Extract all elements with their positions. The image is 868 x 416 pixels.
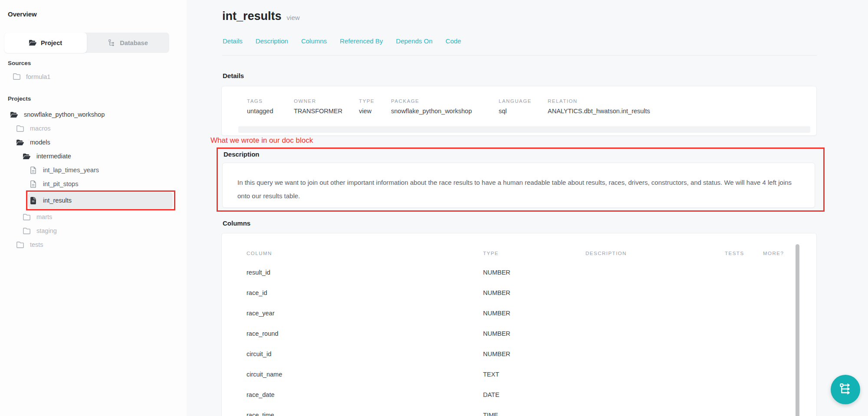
column-row-race_year[interactable]: race_yearNUMBER	[222, 303, 816, 323]
detail-field-language: LANGUAGEsql	[499, 98, 532, 115]
column-header-type: TYPE	[483, 251, 585, 256]
column-name: race_year	[247, 310, 483, 317]
column-row-race_round[interactable]: race_roundNUMBER	[222, 323, 816, 344]
column-name: circuit_id	[247, 350, 483, 357]
column-type: NUMBER	[483, 289, 585, 296]
column-type: TIME	[483, 412, 585, 416]
detail-field-package: PACKAGEsnowflake_python_workshop	[391, 98, 472, 115]
sidebar-item-tests[interactable]: tests	[0, 238, 187, 252]
column-row-race_id[interactable]: race_idNUMBER	[222, 282, 816, 303]
view-toggle: Project Database	[4, 33, 169, 53]
tree-item-label: tests	[30, 241, 43, 248]
folder-closed-icon	[16, 241, 24, 249]
detail-field-tags: TAGSuntagged	[247, 98, 273, 115]
detail-value: snowflake_python_workshop	[391, 108, 472, 115]
folder-closed-icon	[23, 227, 30, 235]
tree-item-label: int_results	[43, 197, 72, 204]
project-toggle-label: Project	[41, 39, 62, 46]
column-name: circuit_name	[247, 371, 483, 378]
tab-code[interactable]: Code	[446, 37, 461, 45]
description-heading: Description	[224, 151, 823, 158]
columns-table-body: result_idNUMBERrace_idNUMBERrace_yearNUM…	[222, 262, 816, 416]
details-heading: Details	[223, 72, 244, 79]
folder-open-icon	[10, 111, 18, 118]
column-row-circuit_id[interactable]: circuit_idNUMBER	[222, 344, 816, 364]
detail-field-type: TYPEview	[359, 98, 375, 115]
column-type: NUMBER	[483, 310, 585, 317]
column-header-column: COLUMN	[247, 251, 483, 256]
tab-description[interactable]: Description	[256, 37, 288, 45]
sidebar-item-formula1[interactable]: formula1	[13, 73, 50, 80]
project-tree: snowflake_python_workshopmacrosmodelsint…	[0, 108, 187, 252]
overview-heading: Overview	[8, 10, 37, 18]
tab-depends-on[interactable]: Depends On	[396, 37, 432, 45]
column-row-circuit_name[interactable]: circuit_nameTEXT	[222, 364, 816, 384]
column-row-race_date[interactable]: race_dateDATE	[222, 384, 816, 405]
sidebar-item-models[interactable]: models	[0, 135, 187, 149]
tree-item-label: int_pit_stops	[43, 180, 78, 187]
sidebar-item-int_results[interactable]: int_results	[0, 192, 187, 209]
database-toggle-label: Database	[120, 39, 148, 46]
column-name: race_round	[247, 330, 483, 337]
tab-referenced-by[interactable]: Referenced By	[340, 37, 383, 45]
sidebar-item-int_lap_times_years[interactable]: int_lap_times_years	[0, 163, 187, 177]
folder-closed-icon	[16, 125, 24, 132]
description-card: In this query we want to join out other …	[222, 163, 815, 208]
column-header-more: MORE?	[763, 251, 816, 256]
detail-value: ANALYTICS.dbt_hwatson.int_results	[548, 108, 650, 115]
detail-value: TRANSFORMER	[294, 108, 342, 115]
projects-heading: Projects	[8, 95, 31, 102]
column-type: TEXT	[483, 371, 585, 378]
tab-divider	[222, 55, 817, 56]
tree-item-label: macros	[30, 125, 51, 132]
detail-label: TAGS	[247, 98, 273, 104]
sidebar-item-snowflake_python_workshop[interactable]: snowflake_python_workshop	[0, 108, 187, 121]
detail-label: TYPE	[359, 98, 375, 104]
details-footer-strip	[238, 126, 810, 133]
column-row-race_time[interactable]: race_timeTIME	[222, 405, 816, 416]
column-type: DATE	[483, 391, 585, 398]
sidebar-item-staging[interactable]: staging	[0, 224, 187, 238]
doc-block-highlight-box: Description In this query we want to joi…	[217, 147, 825, 212]
description-text: In this query we want to join out other …	[223, 163, 814, 203]
column-name: race_date	[247, 391, 483, 398]
sidebar-item-marts[interactable]: marts	[0, 210, 187, 224]
project-toggle-button[interactable]: Project	[4, 33, 87, 53]
file-solid-icon	[30, 197, 37, 204]
column-name: result_id	[247, 269, 483, 276]
materialization-badge: view	[287, 14, 300, 21]
column-type: NUMBER	[483, 330, 585, 337]
sidebar: Overview Project Database Sources formul…	[0, 0, 187, 416]
folder-closed-icon	[23, 213, 30, 221]
detail-label: OWNER	[294, 98, 342, 104]
source-item-label: formula1	[26, 73, 50, 80]
sidebar-item-intermediate[interactable]: intermediate	[0, 149, 187, 163]
tree-item-label: models	[30, 139, 50, 146]
main-content: int_results view DetailsDescriptionColum…	[222, 0, 868, 416]
detail-field-relation: RELATIONANALYTICS.dbt_hwatson.int_result…	[548, 98, 650, 115]
doc-block-annotation: What we wrote in our doc block	[210, 136, 313, 145]
tree-icon	[108, 39, 115, 46]
columns-scrollbar-thumb[interactable]	[796, 244, 799, 416]
column-type: NUMBER	[483, 350, 585, 357]
sidebar-item-macros[interactable]: macros	[0, 121, 187, 135]
column-row-result_id[interactable]: result_idNUMBER	[222, 262, 816, 282]
sidebar-item-int_pit_stops[interactable]: int_pit_stops	[0, 177, 187, 191]
tree-item-label: staging	[36, 227, 57, 234]
database-toggle-button[interactable]: Database	[87, 33, 169, 53]
detail-label: PACKAGE	[391, 98, 472, 104]
lineage-graph-icon	[839, 382, 852, 397]
tab-columns[interactable]: Columns	[301, 37, 327, 45]
detail-field-owner: OWNERTRANSFORMER	[294, 98, 342, 115]
column-header-tests: TESTS	[725, 251, 763, 256]
columns-table-header: COLUMNTYPEDESCRIPTIONTESTSMORE?	[222, 248, 816, 259]
folder-open-icon	[16, 139, 24, 146]
column-name: race_id	[247, 289, 483, 296]
sources-heading: Sources	[8, 60, 31, 66]
tree-item-label: intermediate	[36, 153, 71, 160]
tree-item-label: marts	[36, 213, 52, 220]
lineage-graph-fab[interactable]	[831, 375, 860, 404]
detail-value: view	[359, 108, 375, 115]
tab-details[interactable]: Details	[223, 37, 243, 45]
tab-bar: DetailsDescriptionColumnsReferenced ByDe…	[223, 37, 461, 45]
